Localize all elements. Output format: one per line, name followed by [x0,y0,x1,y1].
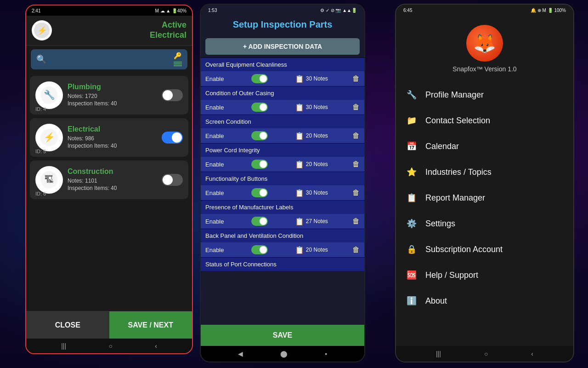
star-icon: ⭐ [405,166,418,178]
plumbing-info: Plumbing Notes: 1720 Inspection Items: 4… [68,83,157,108]
menu-item-industries-topics[interactable]: ⭐ Industries / Topics [396,159,573,185]
menu-item-profile-manager[interactable]: 🔧 Profile Manager [396,82,573,108]
inspection-header-4: Power Cord Integrity [201,144,364,157]
notes-icon-7: 📋 [295,246,304,254]
enable-label-5: Enable [205,190,224,196]
menu-item-calendar[interactable]: 📅 Calendar [396,133,573,159]
notes-button-6[interactable]: 📋 27 Notes [295,217,328,226]
enable-label-3: Enable [205,132,224,139]
menu-item-help-support[interactable]: 🆘 Help / Support [396,262,573,288]
delete-button-4[interactable]: 🗑 [352,160,360,168]
inspection-header-5: Functionality of Buttons [201,172,364,185]
notes-button-7[interactable]: 📋 20 Notes [295,246,328,254]
enable-toggle-2[interactable] [251,103,268,112]
wrench-icon: 🔧 [405,88,418,101]
notes-button-5[interactable]: 📋 30 Notes [295,189,328,197]
inspection-header-1: Overall Equipment Cleanliness [201,58,364,71]
folder-icon: 📁 [405,114,418,127]
nav-home-icon[interactable]: ○ [108,342,112,350]
inspection-section-6: Presence of Manufacturer Labels Enable 📋… [201,200,364,229]
delete-button-6[interactable]: 🗑 [352,217,360,225]
nav-back-icon[interactable]: ‹ [155,342,157,350]
delete-button-3[interactable]: 🗑 [352,132,360,140]
inspection-header-2: Condition of Outer Casing [201,86,364,100]
list-item[interactable]: 🏗 Construction Notes: 1101 Inspection It… [30,161,188,199]
nav-home-icon3[interactable]: ○ [484,350,488,357]
notes-icon-2: 📋 [295,103,304,112]
svg-text:🏗: 🏗 [45,174,54,184]
app-version: Snapfox™ Version 1.0 [452,65,516,73]
enable-toggle-7[interactable] [251,245,268,254]
menu-item-about[interactable]: ℹ️ About [396,288,573,314]
phone3-status-icons: 🔔 ⊕ M 🔋 100% [531,8,566,13]
inspection-section-4: Power Cord Integrity Enable 📋 20 Notes 🗑 [201,143,364,172]
construction-name: Construction [68,167,157,176]
menu-item-subscription-account[interactable]: 🔒 Subscription Account [396,236,573,262]
nav-square-icon2[interactable]: ▪ [325,350,327,357]
profile-manager-label: Profile Manager [425,90,484,100]
add-inspection-button[interactable]: + ADD INSPECTION DATA [205,38,360,55]
delete-button-5[interactable]: 🗑 [352,189,360,197]
plumbing-name: Plumbing [68,83,157,91]
enable-toggle-6[interactable] [251,217,268,226]
calendar-label: Calendar [425,142,459,151]
nav-back-icon3[interactable]: ‹ [531,350,533,357]
construction-icon: 🏗 [35,166,63,194]
enable-toggle-5[interactable] [251,188,268,197]
phone2-inspection-list: Overall Equipment Cleanliness Enable 📋 3… [201,58,364,325]
plumbing-id: ID: 4 [35,106,46,112]
menu-item-settings[interactable]: ⚙️ Settings [396,211,573,236]
construction-toggle[interactable] [162,174,183,186]
notes-icon-1: 📋 [295,75,304,83]
close-button[interactable]: CLOSE [26,311,109,339]
notes-button-2[interactable]: 📋 30 Notes [295,103,328,112]
phone1-search-bar[interactable]: 🔍 🔑 [31,49,187,69]
delete-button-2[interactable]: 🗑 [352,103,360,111]
phone3-panel: 6:45 🔔 ⊕ M 🔋 100% Snapfox™ Version 1.0 🔧… [390,0,588,368]
plumbing-toggle[interactable] [162,89,183,101]
enable-label-7: Enable [205,247,224,253]
enable-toggle-4[interactable] [251,160,268,169]
save-next-button[interactable]: SAVE / NEXT [109,311,192,339]
phone1-frame: 2:41 M ☁ ▲ 🔋40% ⚡ Active Electrical [25,5,193,354]
construction-id: ID: 6 [35,191,46,196]
menu-item-report-manager[interactable]: 📋 Report Manager [396,185,573,211]
nav-menu-icon[interactable]: ||| [61,342,66,350]
enable-label-6: Enable [205,218,224,225]
construction-notes: Notes: 1101 [68,178,157,184]
phone1-status-icons: M ☁ ▲ 🔋40% [155,8,187,13]
inspection-row-2: Enable 📋 30 Notes 🗑 [201,100,364,115]
list-item[interactable]: 🔧 Plumbing Notes: 1720 Inspection Items:… [30,76,188,115]
delete-button-7[interactable]: 🗑 [352,246,360,254]
nav-home-icon2[interactable]: ⬤ [280,350,288,357]
menu-item-contact-selection[interactable]: 📁 Contact Selection [396,108,573,133]
hamburger-icon[interactable] [174,61,182,67]
enable-toggle-1[interactable] [251,74,268,83]
electrical-name: Electrical [68,125,157,133]
notes-icon-5: 📋 [295,189,304,197]
clipboard-icon: 📋 [405,191,418,204]
svg-text:🔧: 🔧 [44,89,55,100]
inspection-section-7: Back Panel and Ventilation Condition Ena… [201,229,364,257]
notes-button-1[interactable]: 📋 30 Notes [295,75,328,83]
subscription-account-label: Subscription Account [425,245,503,254]
inspection-row-3: Enable 📋 20 Notes 🗑 [201,128,364,143]
electrical-toggle[interactable] [162,132,183,144]
nav-back-icon2[interactable]: ◀ [238,350,243,357]
notes-button-3[interactable]: 📋 20 Notes [295,132,328,140]
notes-button-4[interactable]: 📋 20 Notes [295,160,328,169]
notes-icon-6: 📋 [295,217,304,226]
enable-toggle-3[interactable] [251,131,268,140]
list-item[interactable]: ⚡ Electrical Notes: 986 Inspection Items… [30,118,188,157]
nav-menu-icon3[interactable]: ||| [436,350,441,357]
lock-icon: 🔒 [405,243,418,256]
phone3-nav-bar: ||| ○ ‹ [396,346,573,362]
phone2-panel: 1:53 ⚙ ✓ ⊘ 📷 ▲▲🔋 Setup Inspection Parts … [198,0,390,368]
electrical-notes: Notes: 986 [68,135,157,142]
save-button[interactable]: SAVE [201,325,364,346]
inspection-row-7: Enable 📋 20 Notes 🗑 [201,242,364,257]
inspection-header-8: Status of Port Connections [201,258,364,271]
delete-button-1[interactable]: 🗑 [352,75,360,83]
enable-label-2: Enable [205,104,224,111]
svg-text:⚡: ⚡ [37,26,47,35]
